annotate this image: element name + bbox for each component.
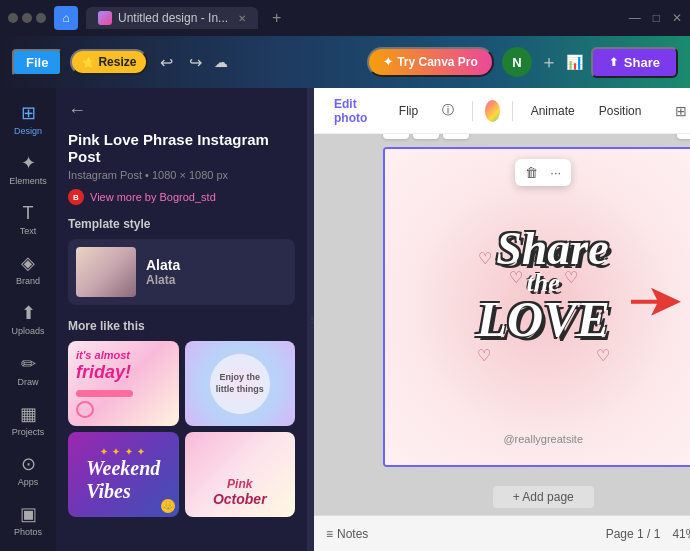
file-menu-button[interactable]: File <box>12 49 62 76</box>
element-floating-toolbar: 🗑 ··· <box>515 159 571 186</box>
heart-bottom-right: ♡ <box>596 346 610 365</box>
animate-button[interactable]: Animate <box>525 100 581 122</box>
more-options-button[interactable]: ··· <box>548 163 563 182</box>
username-text: @reallygreatsite <box>503 433 583 445</box>
card-2-text: Enjoy the little things <box>210 372 270 395</box>
elements-icon: ✦ <box>21 152 36 174</box>
cloud-save-icon[interactable]: ☁ <box>214 54 228 70</box>
love-text: LOVE <box>477 294 610 344</box>
sidebar-item-projects[interactable]: ▦ Projects <box>4 397 52 443</box>
back-button[interactable]: ← <box>68 100 295 121</box>
sidebar-label-brand: Brand <box>16 276 40 286</box>
uploads-icon: ⬆ <box>21 302 36 324</box>
maximize-icon[interactable]: □ <box>653 11 660 25</box>
redo-button[interactable]: ↪ <box>185 49 206 76</box>
status-bar: ≡ Notes Page 1 / 1 41% ⊞ ⤢ <box>314 515 690 551</box>
sidebar-item-elements[interactable]: ✦ Elements <box>4 146 52 192</box>
more-card-4[interactable]: Pink October <box>185 432 296 517</box>
close-icon[interactable]: ✕ <box>672 11 682 25</box>
share-love-design: ♡ Share ♡ the ♡ LOVE ♡ ♡ <box>477 226 610 365</box>
window-controls <box>8 13 46 23</box>
card-1-text: it's almostfriday! <box>76 349 171 384</box>
add-collaborator-icon[interactable]: ＋ <box>540 50 558 74</box>
info-button[interactable]: ⓘ <box>436 98 460 123</box>
share-text: Share <box>496 223 608 274</box>
design-canvas[interactable]: 🗑 ··· ♡ Share ♡ the ♡ <box>383 147 690 467</box>
more-card-1[interactable]: it's almostfriday! <box>68 341 179 426</box>
template-name: Alata <box>146 257 180 273</box>
svg-marker-0 <box>631 287 681 315</box>
dot-1 <box>8 13 18 23</box>
refresh-button[interactable]: ↻ <box>677 134 690 139</box>
canvas-wrapper: Edit photo Flip ⓘ Animate Position ⊞ ⧉ 🔒… <box>314 88 690 551</box>
more-card-2[interactable]: Enjoy the little things <box>185 341 296 426</box>
main-area: ⊞ Design ✦ Elements T Text ◈ Brand ⬆ Upl… <box>0 88 690 551</box>
canvas-container: 🔒 ⧉ ⬆ ↻ 🗑 ··· <box>383 147 690 467</box>
browser-tab[interactable]: Untitled design - In... ✕ <box>86 7 258 29</box>
try-canva-pro-button[interactable]: Try Canva Pro <box>367 47 494 77</box>
sidebar-item-apps[interactable]: ⊙ Apps <box>4 447 52 493</box>
page-indicator: Page 1 / 1 <box>606 527 661 541</box>
home-icon[interactable]: ⌂ <box>54 6 78 30</box>
zoom-level[interactable]: 41% <box>672 527 690 541</box>
projects-icon: ▦ <box>20 403 37 425</box>
analytics-icon[interactable]: 📊 <box>566 54 583 70</box>
dot-3 <box>36 13 46 23</box>
heart-bottom-left: ♡ <box>477 346 491 365</box>
notes-icon: ≡ <box>326 527 333 541</box>
sidebar-item-brand[interactable]: ◈ Brand <box>4 246 52 292</box>
export-canvas-button[interactable]: ⬆ <box>443 134 469 139</box>
photos-icon: ▣ <box>20 503 37 525</box>
title-bar: ⌂ Untitled design - In... ✕ + — □ ✕ <box>0 0 690 36</box>
card-2-bubble: Enjoy the little things <box>210 354 270 414</box>
tab-close-icon[interactable]: ✕ <box>238 13 246 24</box>
sidebar-item-photos[interactable]: ▣ Photos <box>4 497 52 543</box>
sidebar-label-design: Design <box>14 126 42 136</box>
draw-icon: ✏ <box>21 353 36 375</box>
tab-favicon <box>98 11 112 25</box>
template-name-block: Alata Alata <box>146 257 180 287</box>
flip-button[interactable]: Flip <box>393 100 424 122</box>
edit-divider-1 <box>472 101 473 121</box>
copy-canvas-button[interactable]: ⧉ <box>413 134 439 139</box>
more-card-3[interactable]: ✦ ✦ ✦ ✦ WeekendVibes 👑 <box>68 432 179 517</box>
sidebar-item-text[interactable]: T Text <box>4 196 52 242</box>
left-panel: ← Pink Love Phrase Instagram Post Instag… <box>56 88 308 551</box>
canvas-top-left-controls: 🔒 ⧉ ⬆ <box>383 134 469 139</box>
brand-icon: ◈ <box>21 252 35 274</box>
grid-toggle-icon[interactable]: ⊞ <box>671 99 690 123</box>
lock-canvas-button[interactable]: 🔒 <box>383 134 409 139</box>
card-4-text: Pink <box>227 477 252 491</box>
undo-button[interactable]: ↩ <box>156 49 177 76</box>
template-style-selector[interactable]: Alata Alata <box>68 239 295 305</box>
apps-icon: ⊙ <box>21 453 36 475</box>
card-3-badge: 👑 <box>161 499 175 513</box>
minimize-icon[interactable]: — <box>629 11 641 25</box>
author-link[interactable]: B View more by Bogrod_std <box>68 189 295 205</box>
sidebar-item-uploads[interactable]: ⬆ Uploads <box>4 296 52 342</box>
position-button[interactable]: Position <box>593 100 648 122</box>
card-1-bar <box>76 390 133 397</box>
color-picker-button[interactable] <box>485 100 500 122</box>
sidebar-label-elements: Elements <box>9 176 47 186</box>
sidebar-item-design[interactable]: ⊞ Design <box>4 96 52 142</box>
new-tab-button[interactable]: + <box>266 9 287 27</box>
tab-title: Untitled design - In... <box>118 11 228 25</box>
add-page-button[interactable]: + Add page <box>493 486 594 508</box>
edit-photo-button[interactable]: Edit photo <box>328 93 381 129</box>
template-style-label: Template style <box>68 217 295 231</box>
notes-button[interactable]: ≡ Notes <box>326 527 368 541</box>
share-love-text-container: ♡ Share ♡ the ♡ LOVE ♡ ♡ <box>477 226 610 365</box>
share-button[interactable]: Share <box>591 47 678 78</box>
sidebar-label-text: Text <box>20 226 37 236</box>
sidebar-item-draw[interactable]: ✏ Draw <box>4 347 52 393</box>
resize-button[interactable]: Resize <box>70 49 148 75</box>
text-icon: T <box>23 203 34 224</box>
canvas-scroll-area[interactable]: 🔒 ⧉ ⬆ ↻ 🗑 ··· <box>314 134 690 479</box>
user-avatar[interactable]: N <box>502 47 532 77</box>
bottom-hearts: ♡ ♡ <box>477 346 610 365</box>
canvas-bottom: + Add page <box>314 479 690 515</box>
sidebar-label-apps: Apps <box>18 477 39 487</box>
delete-element-button[interactable]: 🗑 <box>523 163 540 182</box>
sidebar-label-projects: Projects <box>12 427 45 437</box>
